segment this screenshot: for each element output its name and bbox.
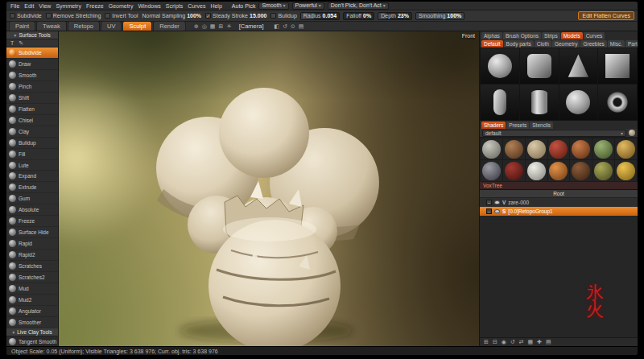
tab-paint[interactable]: Paint [9, 21, 35, 31]
tool-lute[interactable]: Lute [6, 160, 58, 171]
visibility-icon[interactable]: ◉ [501, 339, 507, 345]
tab-strips[interactable]: Strips [542, 32, 560, 39]
tool-angulator[interactable]: Angulator [6, 306, 58, 317]
tool-tangent-smooth[interactable]: Tangent Smooth [6, 336, 58, 346]
tool-shift[interactable]: Shift [6, 93, 58, 104]
render-settings-icon[interactable]: ⊙ [290, 23, 296, 30]
tool-flatten[interactable]: Flatten [6, 104, 58, 115]
tool-chisel[interactable]: Chisel [6, 115, 58, 126]
tab-models[interactable]: Models [561, 32, 583, 39]
shader-mossy-green[interactable] [592, 138, 614, 159]
tool-mud2[interactable]: Mud2 [6, 295, 58, 306]
tab-retopo[interactable]: Retopo [68, 21, 100, 31]
pick-target-icon[interactable]: ⊕ [193, 23, 200, 30]
tool-clay[interactable]: Clay [6, 126, 58, 138]
grid-icon[interactable]: ▦ [527, 339, 535, 345]
tool-subdivide[interactable]: Subdivide [6, 47, 58, 59]
menu-freeze[interactable]: Freeze [86, 3, 104, 9]
voxtree-layer-0-0-retopogroup1[interactable]: −S[0.0]RetopoGroup1 [480, 207, 638, 216]
surface-tools-header[interactable]: ▾ Surface Tools [6, 31, 58, 39]
tool-freeze[interactable]: Freeze [6, 216, 58, 227]
tool-fill[interactable]: Fill [6, 149, 58, 160]
pen-tool-icon[interactable]: ✎ [18, 40, 24, 47]
panel-menu-icon[interactable]: ▤ [298, 23, 305, 30]
slider-smoothing[interactable]: Smoothing100% [415, 12, 464, 20]
toolbar-remove-stretching[interactable]: Remove Stretching [46, 13, 101, 19]
voxtree-empty-area[interactable]: 氷 火 [480, 216, 638, 337]
toolbar-invert-tool[interactable]: Invert Tool [105, 13, 138, 19]
menu-geometry[interactable]: Geometry [109, 3, 134, 9]
shader-tab-stencils[interactable]: Stencils [530, 122, 553, 129]
shader-orange-skin[interactable] [548, 160, 570, 181]
model-tab-parts[interactable]: Parts [625, 40, 638, 47]
voxtree-header[interactable]: VoxTree [480, 182, 638, 190]
light-icon[interactable]: ☀ [225, 23, 232, 30]
shader-red-clay[interactable] [548, 138, 570, 159]
refresh-icon[interactable]: ↺ [510, 339, 516, 345]
shader-steel[interactable] [481, 160, 502, 181]
edit-flatten-curves-button[interactable]: Edit Flatten Curves [578, 11, 634, 20]
plus-icon[interactable]: ✚ [536, 339, 543, 345]
visibility-eye-icon[interactable] [494, 209, 500, 213]
shader-speckled-tan[interactable] [526, 138, 547, 159]
shader-tab-presets[interactable]: Presets [506, 122, 529, 129]
slider-depth[interactable]: Depth23% [378, 12, 412, 20]
tab-curves[interactable]: Curves [584, 32, 605, 39]
auto-pick-toggle[interactable]: Auto Pick [232, 3, 256, 9]
tool-surface-hide[interactable]: Surface Hide [6, 227, 58, 238]
shader-dark-red[interactable] [503, 160, 525, 181]
tool-smoother[interactable]: Smoother [6, 317, 58, 328]
menu-file[interactable]: File [10, 3, 19, 9]
model-tab-misc[interactable]: Misc. [608, 40, 625, 47]
tab-render[interactable]: Render [153, 21, 186, 31]
tool-scratches2[interactable]: Scratches2 [6, 272, 58, 283]
tab-tweak[interactable]: Tweak [36, 21, 67, 31]
menu-scripts[interactable]: Scripts [166, 3, 183, 9]
tool-gum[interactable]: Gum [6, 193, 58, 204]
ortho-view-icon[interactable]: ◎ [201, 23, 208, 30]
toolbar-steady-stroke[interactable]: ✓Steady Stroke15.000 [205, 13, 266, 19]
tool-expand[interactable]: Expand [6, 171, 58, 182]
model-tab-greebles[interactable]: Greebles [580, 40, 606, 47]
collapse-icon[interactable]: ▾ [12, 329, 14, 335]
dropdown-don-t-pick-don-t-act[interactable]: Don't Pick, Don't Act▾ [328, 2, 389, 10]
menu-edit[interactable]: Edit [24, 3, 34, 9]
menu-view[interactable]: View [39, 3, 51, 9]
tool-rapid2[interactable]: Rapid2 [6, 250, 58, 261]
shader-rust[interactable] [570, 138, 592, 159]
model-cube[interactable] [598, 48, 637, 84]
menu-help[interactable]: Help [210, 3, 221, 9]
tool-draw[interactable]: Draw [6, 59, 58, 70]
grid-icon[interactable]: ▦ [209, 23, 217, 30]
model-tab-body-parts[interactable]: Body parts [504, 40, 534, 47]
tool-pinch[interactable]: Pinch [6, 81, 58, 93]
toolbar-normal-sampling[interactable]: Normal Sampling100% [142, 13, 201, 19]
voxtree-root-row[interactable]: Root [480, 190, 638, 198]
menu-symmetry[interactable]: Symmetry [56, 3, 81, 9]
slider-falloff[interactable]: Falloff0% [343, 12, 374, 20]
model-capsule[interactable] [481, 85, 519, 120]
dropdown-powerful[interactable]: Powerful▾ [292, 2, 324, 10]
tree-collapse-icon[interactable]: − [486, 200, 492, 205]
tool-extrude[interactable]: Extrude [6, 182, 58, 193]
add-layer-icon[interactable]: ⊞ [483, 339, 489, 345]
model-sphere[interactable] [559, 85, 598, 120]
model-rounded-cube[interactable] [520, 48, 559, 84]
tool-rapid[interactable]: Rapid [6, 238, 58, 250]
menu-icon[interactable]: ▤ [545, 339, 552, 345]
collapse-icon[interactable]: ▾ [14, 32, 16, 38]
frame-view-icon[interactable]: ◧ [273, 23, 280, 30]
text-tool-icon[interactable]: T [10, 40, 14, 46]
model-torus[interactable] [598, 85, 637, 120]
shader-amber[interactable] [615, 160, 637, 181]
tab-uv[interactable]: UV [101, 21, 122, 31]
tab-alphas[interactable]: Alphas [481, 32, 502, 39]
tool-scratches[interactable]: Scratches [6, 261, 58, 272]
model-tab-cloth[interactable]: Cloth [535, 40, 551, 47]
slider-radius[interactable]: Radius0.054 [300, 12, 340, 20]
shader-clay-gray[interactable] [481, 138, 502, 159]
model-sphere[interactable] [481, 48, 519, 84]
shader-pearl[interactable] [526, 160, 547, 181]
tab-brush-options[interactable]: Brush Options [503, 32, 541, 39]
tool-absolute[interactable]: Absolute [6, 204, 58, 216]
